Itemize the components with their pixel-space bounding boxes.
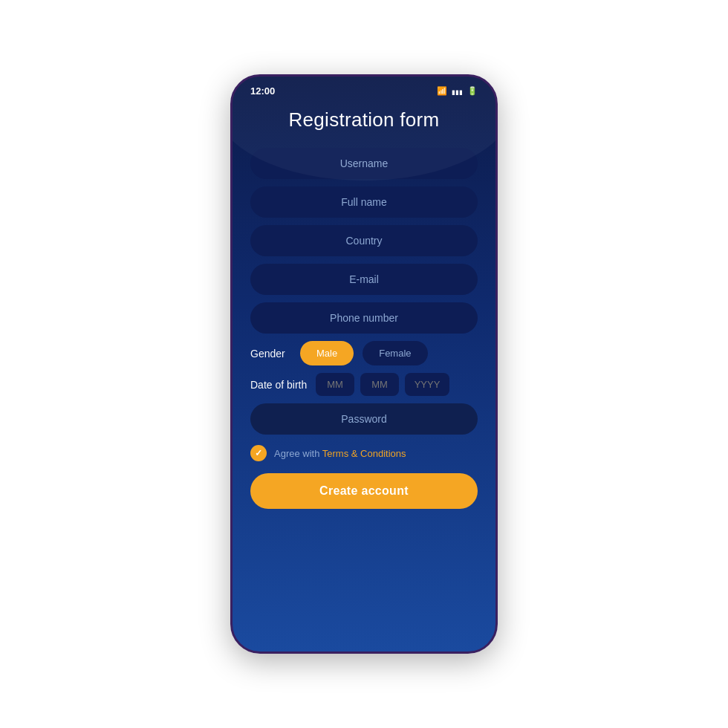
signal-icon — [452, 87, 463, 96]
terms-text: Agree with Terms & Conditions — [274, 448, 406, 459]
status-icons — [437, 86, 478, 96]
phone-input[interactable] — [250, 302, 478, 334]
time-display: 12:00 — [250, 85, 275, 97]
phone-frame: 12:00 Registration form Gender Male Fema… — [230, 74, 498, 654]
status-bar: 12:00 — [233, 77, 495, 101]
screen-content: Registration form Gender Male Female Dat… — [233, 101, 495, 643]
terms-link[interactable]: Terms & Conditions — [322, 448, 406, 459]
gender-row: Gender Male Female — [250, 341, 478, 365]
dob-year-input[interactable] — [405, 373, 449, 396]
dob-label: Date of birth — [250, 379, 310, 391]
create-account-button[interactable]: Create account — [250, 473, 478, 509]
dob-row: Date of birth — [250, 373, 478, 396]
dob-day-input[interactable] — [360, 373, 399, 396]
password-input[interactable] — [250, 403, 478, 435]
gender-label: Gender — [250, 348, 291, 360]
terms-checkbox[interactable] — [250, 445, 267, 461]
gender-female-button[interactable]: Female — [363, 341, 427, 365]
gender-male-button[interactable]: Male — [300, 341, 354, 365]
email-input[interactable] — [250, 264, 478, 295]
dob-month-input[interactable] — [316, 373, 354, 396]
country-input[interactable] — [250, 225, 478, 256]
fullname-input[interactable] — [250, 186, 478, 218]
form-title: Registration form — [250, 108, 478, 131]
battery-icon — [467, 86, 478, 96]
terms-row: Agree with Terms & Conditions — [250, 445, 478, 461]
wifi-icon — [437, 86, 447, 96]
username-input[interactable] — [250, 148, 478, 179]
